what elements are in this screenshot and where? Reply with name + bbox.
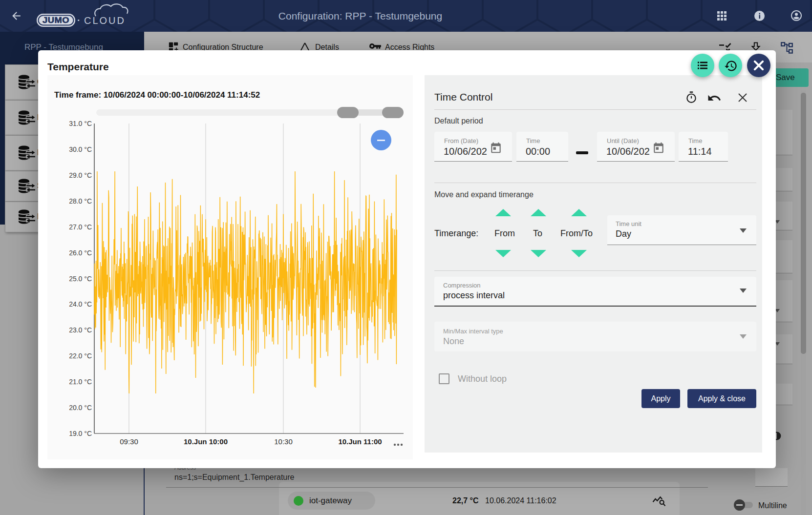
- svg-text:30.0 °C: 30.0 °C: [69, 145, 92, 153]
- svg-text:28.0 °C: 28.0 °C: [69, 197, 92, 205]
- svg-text:10.Jun 11:00: 10.Jun 11:00: [338, 437, 382, 446]
- svg-text:26.0 °C: 26.0 °C: [69, 249, 92, 257]
- svg-text:10.Jun 10:00: 10.Jun 10:00: [184, 437, 228, 446]
- svg-text:20.0 °C: 20.0 °C: [69, 404, 92, 412]
- svg-text:23.0 °C: 23.0 °C: [69, 326, 92, 334]
- svg-text:09:30: 09:30: [120, 437, 138, 446]
- svg-text:24.0 °C: 24.0 °C: [69, 300, 92, 308]
- svg-text:25.0 °C: 25.0 °C: [69, 275, 92, 283]
- svg-text:10:30: 10:30: [274, 437, 293, 446]
- svg-text:19.0 °C: 19.0 °C: [69, 430, 92, 437]
- svg-text:27.0 °C: 27.0 °C: [69, 223, 92, 231]
- svg-text:29.0 °C: 29.0 °C: [69, 171, 92, 179]
- svg-text:22.0 °C: 22.0 °C: [69, 352, 92, 360]
- svg-text:31.0 °C: 31.0 °C: [69, 120, 92, 127]
- svg-text:21.0 °C: 21.0 °C: [69, 378, 92, 386]
